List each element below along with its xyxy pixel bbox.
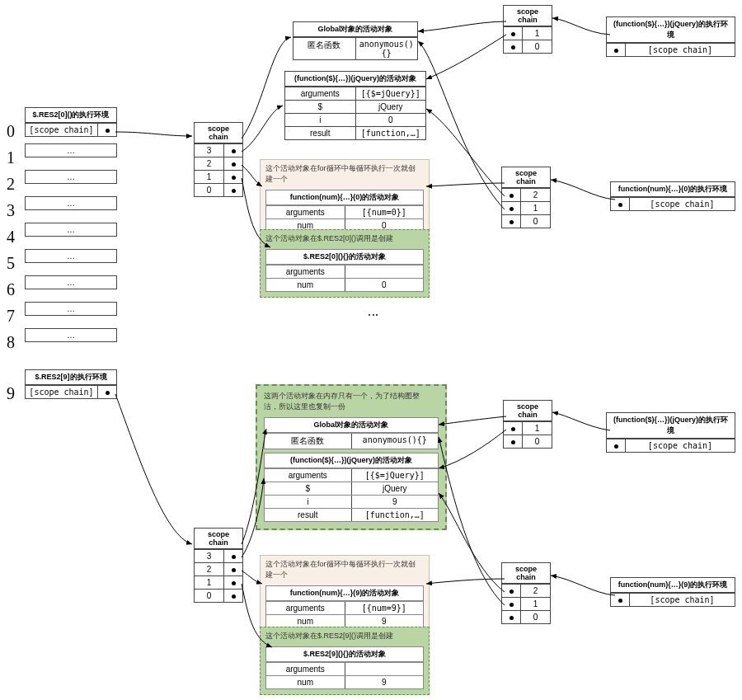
res9-scope: [scope chain] xyxy=(26,386,98,398)
res0-env: $.RES2[0]()的执行环境 [scope chain] xyxy=(25,107,117,137)
right-top-env: (function($){…})(jQuery)的执行环境 [scope cha… xyxy=(606,16,735,57)
vertical-dots: ⋮ xyxy=(367,309,380,322)
global-ao-bot: Global对象的活动对象 匿名函数anonymous(){} xyxy=(264,417,439,449)
cell-3: … xyxy=(25,196,117,210)
scope-chain-bot1: scope chain 1 0 xyxy=(503,400,552,449)
index-4: 4 xyxy=(7,228,15,247)
index-3: 3 xyxy=(7,201,15,220)
index-2: 2 xyxy=(7,175,15,194)
fnnum-note-top: 这个活动对象在for循环中每循环执行一次就创建一个 xyxy=(262,162,425,186)
index-9: 9 xyxy=(7,384,15,403)
fnnum-ao-wrap-bot: 这个活动对象在for循环中每循环执行一次就创建一个 function(num){… xyxy=(260,555,430,634)
scope-chain-top-right: scope chain 1 0 xyxy=(503,5,552,54)
scope-chain-a: scope chain 3 2 1 0 xyxy=(194,122,243,197)
right-mid-env: function(num){…}(0)的执行环境 [scope chain] xyxy=(610,181,735,211)
rescall-ao-wrap-top: 这个活动对象在$.RES2[0]()调用是创建 $.RES2[0](){}的活动… xyxy=(260,229,430,298)
res0-title: $.RES2[0]()的执行环境 xyxy=(26,108,116,123)
res0-scope: [scope chain] xyxy=(26,124,98,136)
scope-chain-mid-right: scope chain 2 1 0 xyxy=(501,167,551,228)
dup-note: 这两个活动对象在内存只有一个，为了结构图整洁，所以这里也复制一份 xyxy=(261,389,424,414)
cell-5: … xyxy=(25,249,117,263)
cell-2: … xyxy=(25,170,117,184)
right-bot-env1: (function($){…})(jQuery)的执行环境 [scope cha… xyxy=(606,412,735,453)
rescall-ao-wrap-bot: 这个活动对象在$.RES2[9]()调用是创建 $.RES2[9](){}的活动… xyxy=(260,627,430,695)
index-6: 6 xyxy=(7,280,15,299)
index-7: 7 xyxy=(7,307,15,326)
index-8: 8 xyxy=(7,333,15,352)
cell-8: … xyxy=(25,328,117,342)
cell-6: … xyxy=(25,275,117,289)
dup-wrap: 这两个活动对象在内存只有一个，为了结构图整洁，所以这里也复制一份 Global对… xyxy=(256,384,447,530)
cell-7: … xyxy=(25,302,117,316)
rescall-note-top: 这个活动对象在$.RES2[0]()调用是创建 xyxy=(262,232,425,246)
cell-4: … xyxy=(25,223,117,237)
global-ao-top: Global对象的活动对象 匿名函数anonymous(){} xyxy=(293,21,418,60)
right-bot-env2: function(num){…}(9)的执行环境 [scope chain] xyxy=(610,577,735,607)
index-0: 0 xyxy=(7,122,15,141)
jquery-ao-top: (function($){…})(jQuery)的活动对象 arguments[… xyxy=(284,71,426,140)
fnnum-ao-wrap-top: 这个活动对象在for循环中每循环执行一次就创建一个 function(num){… xyxy=(260,159,430,238)
index-1: 1 xyxy=(7,148,15,167)
cell-1: … xyxy=(25,143,117,157)
jquery-ao-bot: (function($){…})(jQuery)的活动对象 arguments[… xyxy=(264,453,439,522)
index-5: 5 xyxy=(7,254,15,273)
scope-chain-b: scope chain 3 2 1 0 xyxy=(194,528,243,603)
res9-env: $.RES2[9]的执行环境 [scope chain] xyxy=(25,369,117,399)
res9-title: $.RES2[9]的执行环境 xyxy=(26,370,116,385)
scope-chain-bot2: scope chain 2 1 0 xyxy=(501,562,551,624)
